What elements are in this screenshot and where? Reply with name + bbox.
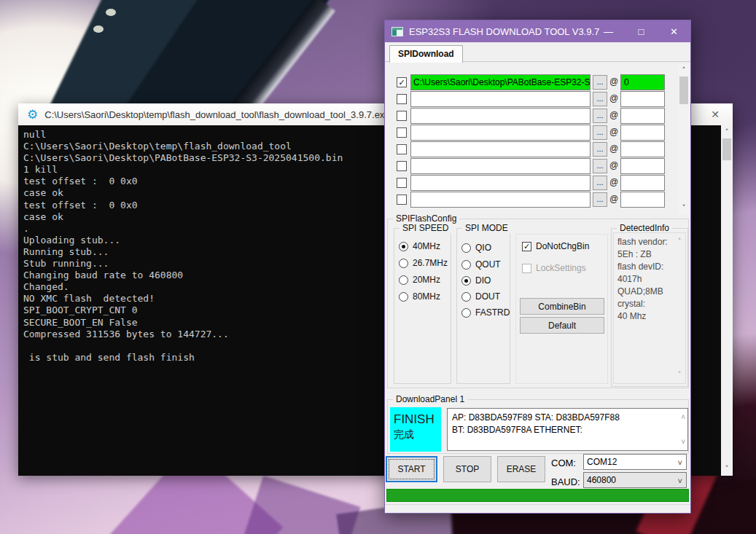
baud-select[interactable]: 460800 ˅ bbox=[583, 472, 687, 488]
bin-options-group: ✓ DoNotChgBin LockSettings CombineBin De… bbox=[515, 234, 608, 384]
browse-button[interactable]: ... bbox=[593, 125, 607, 140]
file-path-field[interactable] bbox=[410, 141, 591, 157]
file-row-checkbox[interactable]: ✓ bbox=[397, 161, 407, 171]
file-row: ✓ C:\Users\Saori\Desktop\PABotBase-ESP32… bbox=[386, 74, 690, 90]
file-path-field[interactable] bbox=[410, 125, 591, 141]
file-row: ✓ ... @ bbox=[386, 125, 690, 141]
file-row-checkbox[interactable]: ✓ bbox=[397, 94, 407, 104]
erase-button[interactable]: ERASE bbox=[497, 456, 545, 482]
com-select[interactable]: COM12 ˅ bbox=[583, 454, 687, 470]
offset-field[interactable] bbox=[620, 141, 665, 157]
maximize-button[interactable]: □ bbox=[625, 20, 658, 42]
file-row-checkbox[interactable]: ✓ bbox=[397, 77, 407, 87]
file-row-checkbox[interactable]: ✓ bbox=[397, 127, 407, 138]
file-path-field[interactable]: C:\Users\Saori\Desktop\PABotBase-ESP32-S… bbox=[410, 74, 591, 90]
file-list-scrollbar[interactable]: ˄ ˅ bbox=[678, 64, 690, 214]
file-row: ✓ ... @ bbox=[386, 158, 690, 174]
detected-info-label: DetectedInfo bbox=[617, 223, 672, 233]
file-path-field[interactable] bbox=[410, 192, 591, 208]
offset-field[interactable] bbox=[620, 125, 665, 141]
radio-icon bbox=[461, 308, 471, 318]
radio-icon bbox=[399, 242, 408, 251]
file-path-field[interactable] bbox=[410, 158, 591, 174]
offset-field[interactable]: 0 bbox=[620, 74, 665, 90]
radio-label: 26.7MHz bbox=[413, 258, 448, 268]
file-row-checkbox[interactable]: ✓ bbox=[397, 111, 407, 121]
default-button[interactable]: Default bbox=[520, 317, 604, 334]
scroll-up-icon[interactable]: ˄ bbox=[678, 65, 690, 76]
chevron-down-icon: ˅ bbox=[678, 474, 682, 488]
console-scrollbar[interactable]: ˄ ˅ bbox=[721, 125, 733, 476]
checkbox-icon bbox=[522, 264, 531, 273]
radio-fastrd[interactable]: FASTRD bbox=[461, 307, 510, 318]
download-panel-group: DownloadPanel 1 FINISH 完成 AP: D83BDA597F… bbox=[387, 399, 689, 454]
scroll-down-icon[interactable]: ˅ bbox=[721, 463, 733, 474]
radio-qio[interactable]: QIO bbox=[461, 243, 491, 253]
spi-flash-config-group: SPIFlashConfig SPI SPEED 40MHz 26.7MHz 2… bbox=[387, 219, 689, 388]
radio-qout[interactable]: QOUT bbox=[461, 259, 501, 270]
file-row: ✓ ... @ bbox=[386, 192, 690, 208]
browse-button[interactable]: ... bbox=[593, 176, 607, 190]
radio-icon bbox=[461, 243, 471, 253]
locksettings-checkbox[interactable]: LockSettings bbox=[522, 263, 586, 273]
offset-field[interactable] bbox=[620, 158, 665, 174]
radio-40mhz[interactable]: 40MHz bbox=[399, 241, 440, 251]
stop-button[interactable]: STOP bbox=[443, 456, 491, 482]
file-path-field[interactable] bbox=[410, 108, 591, 124]
browse-button[interactable]: ... bbox=[593, 92, 607, 106]
radio-80mhz[interactable]: 80MHz bbox=[399, 291, 440, 302]
offset-field[interactable] bbox=[620, 175, 665, 191]
start-button[interactable]: START bbox=[386, 456, 437, 482]
browse-button[interactable]: ... bbox=[593, 192, 607, 207]
scroll-down-icon[interactable]: ˅ bbox=[678, 203, 690, 213]
offset-field[interactable] bbox=[620, 192, 665, 208]
donotchgbin-label: DoNotChgBin bbox=[536, 241, 589, 251]
detected-info-group: DetectedInfo flash vendor: 5Eh : ZB flas… bbox=[611, 228, 688, 387]
scroll-down-icon[interactable]: ˅ bbox=[681, 436, 685, 448]
browse-button[interactable]: ... bbox=[593, 109, 607, 123]
radio-dio[interactable]: DIO bbox=[461, 275, 491, 286]
detected-line: flash vendor: bbox=[617, 236, 684, 248]
offset-field[interactable] bbox=[620, 91, 665, 107]
scroll-up-icon[interactable]: ˄ bbox=[675, 236, 684, 247]
file-path-field[interactable] bbox=[410, 175, 591, 191]
file-list-panel: ✓ C:\Users\Saori\Desktop\PABotBase-ESP32… bbox=[386, 63, 690, 216]
console-close-button[interactable]: ✕ bbox=[704, 103, 727, 125]
at-label: @ bbox=[609, 93, 618, 103]
radio-label: QIO bbox=[475, 243, 491, 253]
close-button[interactable]: ✕ bbox=[658, 20, 690, 42]
mac-info-box[interactable]: AP: D83BDA597F89 STA: D83BDA597F88 BT: D… bbox=[447, 408, 688, 451]
offset-field[interactable] bbox=[620, 108, 665, 124]
radio-26_7mhz[interactable]: 26.7MHz bbox=[399, 258, 448, 268]
tab-spidownload[interactable]: SPIDownload bbox=[389, 45, 463, 63]
radio-label: FASTRD bbox=[475, 307, 510, 318]
check-icon: ✓ bbox=[398, 79, 405, 87]
browse-button[interactable]: ... bbox=[593, 142, 607, 157]
checkbox-icon: ✓ bbox=[522, 242, 531, 251]
file-row-checkbox[interactable]: ✓ bbox=[397, 178, 407, 188]
status-finish-text: FINISH bbox=[394, 412, 441, 427]
tab-strip: SPIDownload bbox=[385, 43, 690, 62]
radio-dout[interactable]: DOUT bbox=[461, 291, 500, 302]
combinebin-button[interactable]: CombineBin bbox=[520, 298, 604, 315]
radio-20mhz[interactable]: 20MHz bbox=[399, 275, 440, 285]
wallpaper-detail bbox=[106, 9, 116, 16]
file-row: ✓ ... @ bbox=[386, 175, 690, 191]
browse-button[interactable]: ... bbox=[593, 75, 607, 90]
scroll-down-icon[interactable]: ˅ bbox=[675, 369, 684, 380]
detected-line: 5Eh : ZB bbox=[617, 248, 684, 261]
radio-icon bbox=[461, 260, 471, 270]
file-row-checkbox[interactable]: ✓ bbox=[397, 144, 407, 154]
file-path-field[interactable] bbox=[410, 91, 591, 107]
scrollbar-thumb[interactable] bbox=[679, 76, 688, 104]
tool-titlebar[interactable]: ESP32S3 FLASH DOWNLOAD TOOL V3.9.7 — □ ✕ bbox=[385, 20, 690, 42]
spi-speed-label: SPI SPEED bbox=[400, 223, 451, 233]
donotchgbin-checkbox[interactable]: ✓ DoNotChgBin bbox=[522, 241, 589, 251]
browse-button[interactable]: ... bbox=[593, 159, 607, 173]
radio-label: QOUT bbox=[475, 259, 501, 270]
scroll-up-icon[interactable]: ˄ bbox=[681, 411, 685, 423]
file-row-checkbox[interactable]: ✓ bbox=[397, 195, 407, 205]
scrollbar-thumb[interactable] bbox=[722, 138, 731, 160]
minimize-button[interactable]: — bbox=[592, 20, 625, 42]
scroll-up-icon[interactable]: ˄ bbox=[721, 127, 733, 138]
